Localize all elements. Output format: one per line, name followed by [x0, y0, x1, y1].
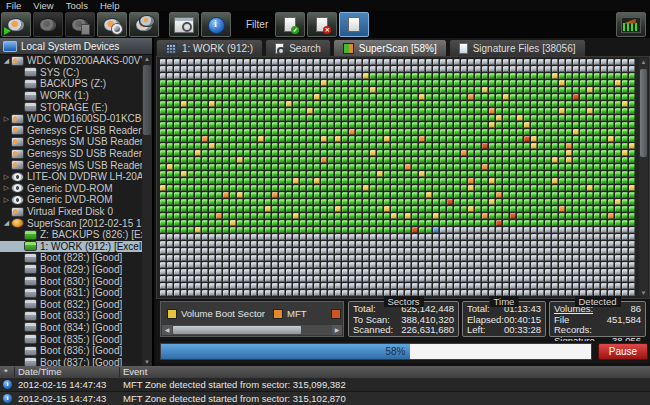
menu-view[interactable]: View: [27, 0, 59, 11]
log-column-datetime[interactable]: Date/Time: [18, 366, 61, 378]
scan-map[interactable]: [160, 59, 636, 297]
scan-cell: [405, 150, 411, 156]
scan-cell: [384, 234, 390, 240]
scroll-up-icon[interactable]: ▲: [142, 55, 152, 63]
scroll-thumb[interactable]: [143, 65, 151, 135]
scroll-left-icon[interactable]: ◀: [162, 325, 172, 335]
scan-cell: [412, 164, 418, 170]
scan-cell: [580, 59, 586, 65]
scan-cell: [342, 143, 348, 149]
scroll-down-icon[interactable]: ▼: [142, 358, 152, 366]
scan-cell: [349, 178, 355, 184]
scan-cell: [461, 290, 467, 296]
preview-button[interactable]: [169, 12, 199, 37]
scan-cell: [398, 185, 404, 191]
scan-cell: [307, 73, 313, 79]
filter-include-button[interactable]: ✓: [275, 12, 305, 37]
tree-item-wdc-wd3200aaks-00vya0[interactable]: ◢WDC WD3200AAKS-00VYA0: [0, 55, 142, 67]
scan-cell: [482, 185, 488, 191]
tree-item-genesys-ms-usb-reader[interactable]: Genesys MS USB Reader: [0, 159, 142, 171]
filter-exclude-button[interactable]: ✕: [307, 12, 337, 37]
scroll-thumb[interactable]: [640, 69, 647, 157]
collapsed-expander-icon[interactable]: ▷: [2, 196, 11, 204]
disk-export-button[interactable]: [65, 12, 95, 37]
log-row[interactable]: i2012-02-15 14:47:43MFT Zone detected st…: [0, 378, 650, 392]
scan-cell: [202, 94, 208, 100]
scan-cell: [202, 255, 208, 261]
tree-item-boot-837-good[interactable]: Boot (837:) [Good]: [0, 356, 142, 366]
scan-cell: [160, 115, 166, 121]
scan-cell: [384, 241, 390, 247]
tab-superscan-58[interactable]: SuperScan [58%]: [333, 39, 447, 56]
tab-signature-files-38056[interactable]: Signature Files [38056]: [449, 39, 586, 56]
menu-file[interactable]: File: [0, 0, 27, 11]
tree-item-work-1[interactable]: WORK (1:): [0, 90, 142, 102]
superscan-button[interactable]: [97, 12, 127, 37]
scan-cell: [265, 59, 271, 65]
menu-tools[interactable]: Tools: [60, 0, 94, 11]
scroll-up-icon[interactable]: ▲: [639, 58, 648, 66]
open-all-disks-button[interactable]: [129, 12, 159, 37]
expanded-expander-icon[interactable]: ◢: [2, 219, 11, 227]
disk-doc-icon: [70, 17, 90, 33]
collapsed-expander-icon[interactable]: ▷: [2, 184, 11, 192]
open-disk-button[interactable]: [1, 12, 31, 37]
scan-cell: [237, 185, 243, 191]
scan-cell: [363, 171, 369, 177]
scan-cell: [419, 276, 425, 282]
tree-item-sys-c[interactable]: SYS (C:): [0, 67, 142, 79]
collapsed-expander-icon[interactable]: ▷: [2, 173, 11, 181]
scroll-down-icon[interactable]: ▼: [639, 289, 648, 297]
scan-cell: [307, 143, 313, 149]
log-column-event[interactable]: Event: [123, 366, 147, 378]
tree-item-generic-dvd-rom[interactable]: ▷Generic DVD-ROM: [0, 194, 142, 206]
menu-help[interactable]: Help: [94, 0, 126, 11]
tree-item-storage-e[interactable]: STORAGE (E:): [0, 101, 142, 113]
info-button[interactable]: [201, 12, 231, 37]
tree-item-virtual-fixed-disk-0[interactable]: Virtual Fixed Disk 0: [0, 206, 142, 218]
disk-image-button[interactable]: [33, 12, 63, 37]
tree-item-genesys-sm-usb-reader[interactable]: Genesys SM USB Reader: [0, 136, 142, 148]
tree-item-lite-on-dvdrw-lh-20a1s[interactable]: ▷LITE-ON DVDRW LH-20A1S: [0, 171, 142, 183]
scroll-right-icon[interactable]: ▶: [332, 325, 342, 335]
tree-item-boot-835-good[interactable]: Boot (835:) [Good]: [0, 333, 142, 345]
filter-all-button[interactable]: [339, 12, 369, 37]
expanded-expander-icon[interactable]: ◢: [2, 57, 11, 65]
tree-item-genesys-sd-usb-reader[interactable]: Genesys SD USB Reader: [0, 148, 142, 160]
tab-search[interactable]: Search: [265, 39, 331, 56]
tree-item-wdc-wd1600sd-01kcb0[interactable]: ▷WDC WD1600SD-01KCB0: [0, 113, 142, 125]
tree-item-generic-dvd-rom[interactable]: ▷Generic DVD-ROM: [0, 183, 142, 195]
tree-item-superscan-2012-02-15-13-59[interactable]: ◢SuperScan [2012-02-15 13:59...: [0, 217, 142, 229]
scan-cell: [573, 241, 579, 247]
collapsed-expander-icon[interactable]: ▷: [2, 115, 11, 123]
legend-scrollbar[interactable]: ◀ ▶: [162, 325, 342, 335]
scan-cell: [223, 59, 229, 65]
log-column-icon[interactable]: *: [4, 366, 8, 378]
tree-item-backups-z[interactable]: BACKUPS (Z:): [0, 78, 142, 90]
tree-item-boot-830-good[interactable]: Boot (830:) [Good]: [0, 275, 142, 287]
tree-item-boot-829-good[interactable]: Boot (829:) [Good]: [0, 264, 142, 276]
scan-cell: [454, 213, 460, 219]
scan-cell: [160, 178, 166, 184]
tree-item-1-work-912-excellent[interactable]: 1: WORK (912:) [Excellent]: [0, 241, 142, 253]
scan-cell: [475, 143, 481, 149]
device-tree-scrollbar[interactable]: ▲ ▼: [142, 55, 152, 366]
scan-cell: [454, 276, 460, 282]
tree-item-boot-833-good[interactable]: Boot (833:) [Good]: [0, 310, 142, 322]
scroll-thumb[interactable]: [173, 326, 301, 334]
log-row[interactable]: i2012-02-15 14:47:43MFT Zone detected st…: [0, 392, 650, 405]
scan-map-scrollbar[interactable]: ▲ ▼: [639, 58, 648, 297]
statistics-button[interactable]: [616, 12, 646, 37]
tree-item-boot-828-good[interactable]: Boot (828:) [Good]: [0, 252, 142, 264]
tree-item-z-backups-826-excell[interactable]: Z: BACKUPS (826:) [Excell...: [0, 229, 142, 241]
tree-item-boot-831-good[interactable]: Boot (831:) [Good]: [0, 287, 142, 299]
scan-cell: [412, 87, 418, 93]
tree-item-boot-832-good[interactable]: Boot (832:) [Good]: [0, 298, 142, 310]
tree-item-boot-836-good[interactable]: Boot (836:) [Good]: [0, 345, 142, 357]
pause-button[interactable]: Pause: [598, 343, 648, 360]
tree-item-boot-834-good[interactable]: Boot (834:) [Good]: [0, 322, 142, 334]
scan-cell: [258, 178, 264, 184]
tab-1-work-912[interactable]: 1: WORK (912:): [156, 39, 263, 56]
tree-item-genesys-cf-usb-reader[interactable]: Genesys CF USB Reader: [0, 125, 142, 137]
scan-cell: [510, 150, 516, 156]
